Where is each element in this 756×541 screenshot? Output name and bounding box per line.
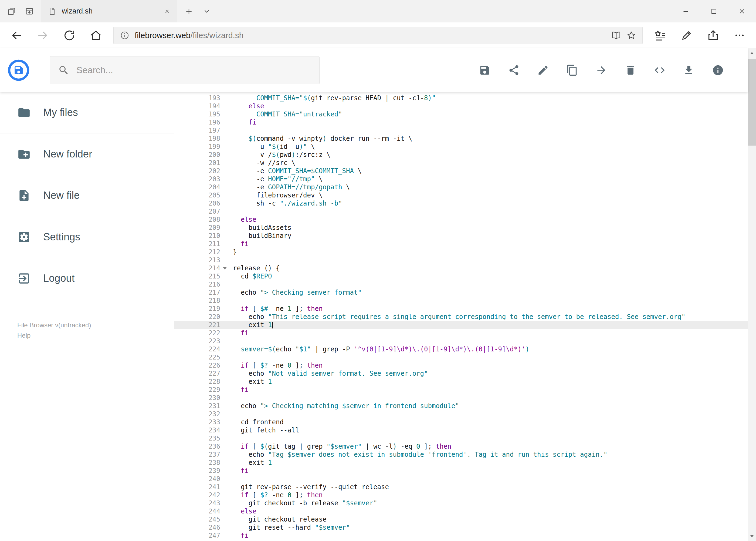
code-line-199[interactable]: 199 -u "$(id -u)" \: [174, 143, 748, 151]
code-line-219[interactable]: 219 if [ $# -ne 1 ]; then: [174, 305, 748, 313]
code-line-242[interactable]: 242 if [ $? -ne 0 ]; then: [174, 491, 748, 499]
code-line-229[interactable]: 229 fi: [174, 386, 748, 394]
code-line-217[interactable]: 217 echo "> Checking semver format": [174, 288, 748, 296]
window-close-button[interactable]: [728, 0, 756, 22]
info-button[interactable]: [712, 64, 724, 76]
code-line-204[interactable]: 204 -e GOPATH=//tmp/gopath \: [174, 183, 748, 191]
code-line-237[interactable]: 237 echo "Tag $semver does not exist in …: [174, 450, 748, 459]
code-line-238[interactable]: 238 exit 1: [174, 459, 748, 467]
move-button[interactable]: [596, 64, 607, 76]
sidebar-item-logout[interactable]: Logout: [0, 258, 174, 299]
more-button[interactable]: [726, 23, 753, 48]
code-line-207[interactable]: 207: [174, 208, 748, 216]
code-line-225[interactable]: 225: [174, 353, 748, 361]
maximize-button[interactable]: [700, 0, 728, 22]
address-bar[interactable]: filebrowser.web/files/wizard.sh: [114, 27, 642, 44]
refresh-button[interactable]: [56, 23, 83, 48]
code-line-224[interactable]: 224 semver=$(echo "$1" | grep -P '^v(0|[…: [174, 345, 748, 353]
minimize-button[interactable]: [672, 0, 700, 22]
save-button[interactable]: [479, 64, 491, 76]
sidebar-item-new-folder[interactable]: New folder: [0, 134, 174, 175]
code-line-240[interactable]: 240: [174, 475, 748, 483]
code-line-203[interactable]: 203 -e HOME="//tmp" \: [174, 175, 748, 183]
share-button[interactable]: [700, 23, 726, 48]
code-line-194[interactable]: 194 else: [174, 102, 748, 110]
code-line-230[interactable]: 230: [174, 394, 748, 402]
code-line-247[interactable]: 247 fi: [174, 532, 748, 540]
forward-button[interactable]: [30, 23, 56, 48]
tab-list-button[interactable]: [198, 0, 216, 22]
fold-marker-icon[interactable]: [222, 266, 227, 271]
code-line-222[interactable]: 222 fi: [174, 329, 748, 337]
code-line-202[interactable]: 202 -e COMMIT_SHA=$COMMIT_SHA \: [174, 167, 748, 175]
new-tab-button[interactable]: [180, 0, 198, 22]
code-line-243[interactable]: 243 git checkout -b release "$semver": [174, 499, 748, 507]
code-line-232[interactable]: 232: [174, 410, 748, 418]
app-logo[interactable]: [8, 59, 30, 81]
code-line-228[interactable]: 228 exit 1: [174, 377, 748, 386]
favorite-button[interactable]: [626, 30, 636, 41]
code-line-245[interactable]: 245 git checkout release: [174, 515, 748, 523]
code-line-244[interactable]: 244 else: [174, 507, 748, 515]
code-line-246[interactable]: 246 git reset --hard "$semver": [174, 523, 748, 532]
scroll-down-button[interactable]: [748, 531, 756, 541]
code-line-201[interactable]: 201 -w //src \: [174, 159, 748, 167]
code-line-234[interactable]: 234 git fetch --all: [174, 426, 748, 434]
tab-close-button[interactable]: [163, 8, 170, 15]
help-link[interactable]: Help: [17, 330, 91, 340]
editor-button[interactable]: [654, 64, 665, 76]
delete-button[interactable]: [625, 64, 636, 76]
code-line-209[interactable]: 209 buildAssets: [174, 224, 748, 232]
reading-view-button[interactable]: [611, 30, 621, 41]
code-line-198[interactable]: 198 $(command -v winpty) docker run --rm…: [174, 135, 748, 143]
code-line-218[interactable]: 218: [174, 296, 748, 305]
code-line-233[interactable]: 233 cd frontend: [174, 418, 748, 426]
code-line-212[interactable]: 212}: [174, 248, 748, 256]
site-info-icon[interactable]: [120, 30, 130, 41]
copy-button[interactable]: [566, 64, 578, 76]
code-line-215[interactable]: 215 cd $REPO: [174, 272, 748, 280]
code-line-211[interactable]: 211 fi: [174, 240, 748, 248]
browser-tab[interactable]: wizard.sh: [41, 0, 177, 22]
code-line-193[interactable]: 193 COMMIT_SHA="$(git rev-parse HEAD | c…: [174, 94, 748, 102]
hub-button[interactable]: [647, 23, 673, 48]
code-line-205[interactable]: 205 filebrowser/dev \: [174, 191, 748, 199]
sidebar-item-my-files[interactable]: My files: [0, 92, 174, 133]
code-line-208[interactable]: 208 else: [174, 216, 748, 224]
tab-preview-button[interactable]: [21, 0, 38, 22]
rename-button[interactable]: [537, 64, 549, 76]
code-line-236[interactable]: 236 if [ $(git tag | grep "$semver" | wc…: [174, 442, 748, 450]
code-line-195[interactable]: 195 COMMIT_SHA="untracked": [174, 110, 748, 118]
code-line-196[interactable]: 196 fi: [174, 118, 748, 126]
sidebar-item-settings[interactable]: Settings: [0, 216, 174, 258]
home-button[interactable]: [83, 23, 109, 48]
code-line-213[interactable]: 213: [174, 256, 748, 264]
code-line-214[interactable]: 214release () {: [174, 264, 748, 272]
scrollbar-thumb[interactable]: [748, 59, 756, 146]
code-line-223[interactable]: 223: [174, 337, 748, 345]
code-line-231[interactable]: 231 echo "> Checking matching $semver in…: [174, 402, 748, 410]
code-line-241[interactable]: 241 git rev-parse --verify --quiet relea…: [174, 483, 748, 491]
search-input[interactable]: [76, 65, 311, 75]
code-line-216[interactable]: 216: [174, 280, 748, 288]
code-line-220[interactable]: 220 echo "This release script requires a…: [174, 313, 748, 321]
sidebar-item-new-file[interactable]: New file: [0, 175, 174, 216]
code-line-221[interactable]: 221 exit 1: [174, 321, 748, 329]
code-editor[interactable]: 193 COMMIT_SHA="$(git rev-parse HEAD | c…: [174, 92, 748, 541]
download-button[interactable]: [683, 64, 695, 76]
search-box[interactable]: [50, 56, 320, 84]
scroll-up-button[interactable]: [748, 48, 756, 58]
code-line-206[interactable]: 206 sh -c "./wizard.sh -b": [174, 199, 748, 208]
web-note-button[interactable]: [673, 23, 700, 48]
code-line-226[interactable]: 226 if [ $? -ne 0 ]; then: [174, 361, 748, 369]
code-line-227[interactable]: 227 echo "Not valid semver format. See s…: [174, 369, 748, 377]
code-line-197[interactable]: 197: [174, 126, 748, 135]
tabs-aside-button[interactable]: [3, 0, 21, 22]
code-line-200[interactable]: 200 -v /$(pwd):/src:z \: [174, 151, 748, 159]
share-button[interactable]: [508, 64, 520, 76]
code-line-210[interactable]: 210 buildBinary: [174, 232, 748, 240]
back-button[interactable]: [3, 23, 30, 48]
page-scrollbar[interactable]: [748, 48, 756, 541]
code-line-235[interactable]: 235: [174, 434, 748, 442]
code-line-239[interactable]: 239 fi: [174, 467, 748, 475]
